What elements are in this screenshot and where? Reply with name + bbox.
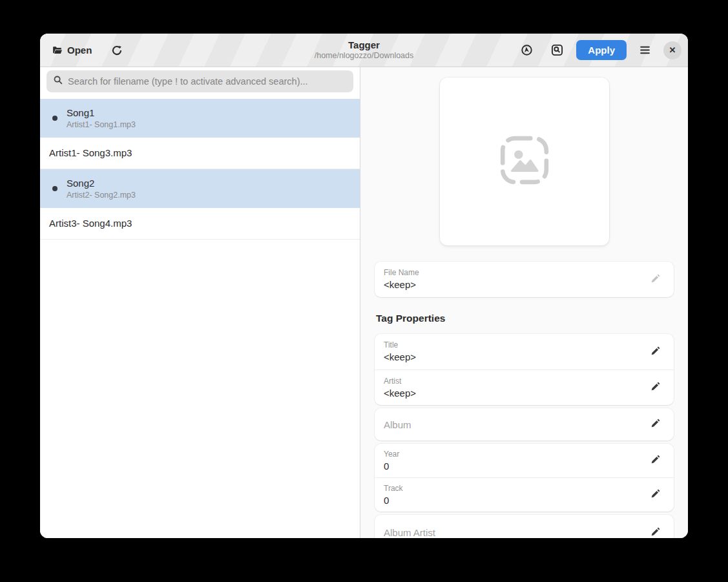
search-entry[interactable] [47, 70, 353, 92]
file-list-pane: Song1 Artist1- Song1.mp3 Artist1- Song3.… [40, 67, 360, 538]
tag-group-album: Album [375, 408, 674, 441]
tag-group-album-artist: Album Artist [375, 515, 674, 538]
hamburger-menu-icon [640, 45, 650, 55]
compass-arrow-icon [521, 44, 533, 56]
magnifier-frame-icon [551, 44, 563, 56]
tag-row-year[interactable]: Year 0 [375, 444, 674, 477]
item-subtitle: Artist1- Song1.mp3 [67, 120, 136, 130]
reload-icon [111, 45, 123, 56]
item-title: Song2 [67, 178, 136, 189]
tag-details-pane: File Name <keep> Tag Properties [360, 67, 688, 538]
image-placeholder-icon [498, 134, 551, 189]
album-art-card [440, 78, 609, 245]
field-value: 0 [384, 494, 647, 506]
tag-row-artist[interactable]: Artist <keep> [375, 369, 674, 405]
folder-open-icon [52, 45, 63, 56]
pencil-icon [650, 273, 661, 286]
tag-row-title[interactable]: Title <keep> [375, 334, 674, 369]
field-label: Artist [384, 377, 647, 386]
item-title: Artist1- Song3.mp3 [49, 147, 132, 159]
pencil-icon [650, 381, 661, 394]
edit-year-button[interactable] [647, 452, 663, 470]
pencil-icon [650, 488, 661, 501]
pencil-icon [650, 526, 661, 539]
list-item-song4[interactable]: Artist3- Song4.mp3 [40, 208, 360, 240]
field-label: Year [384, 450, 647, 459]
reload-button[interactable] [106, 41, 128, 60]
pencil-icon [650, 346, 661, 359]
close-button[interactable]: ✕ [663, 41, 681, 59]
field-label: Title [384, 340, 647, 350]
edit-album-button[interactable] [647, 415, 663, 433]
edit-album-artist-button[interactable] [647, 524, 663, 539]
tag-row-album-artist[interactable]: Album Artist [375, 515, 674, 538]
selected-dot-icon [52, 116, 57, 121]
edit-title-button[interactable] [647, 343, 663, 361]
header-bar: Open Tagger /home/nlogozzo/Downloads [40, 34, 688, 67]
item-title: Artist3- Song4.mp3 [49, 218, 132, 229]
field-value: <keep> [384, 278, 647, 291]
tag-row-album[interactable]: Album [375, 408, 674, 441]
edit-artist-button[interactable] [647, 379, 663, 397]
edit-filename-button[interactable] [647, 271, 663, 289]
tagger-window: Open Tagger /home/nlogozzo/Downloads [40, 34, 688, 538]
tag-row-track[interactable]: Track 0 [375, 477, 674, 512]
file-search-button[interactable] [546, 40, 568, 60]
pencil-icon [650, 418, 661, 431]
filename-row[interactable]: File Name <keep> [375, 262, 674, 297]
close-icon: ✕ [669, 46, 676, 54]
pencil-icon [650, 454, 661, 467]
field-value: <keep> [384, 351, 647, 363]
field-value: 0 [384, 460, 647, 472]
open-button-label: Open [67, 45, 92, 56]
tag-properties-heading: Tag Properties [376, 313, 672, 324]
compass-button[interactable] [515, 40, 538, 60]
field-label: File Name [384, 268, 647, 278]
window-subtitle: /home/nlogozzo/Downloads [315, 51, 414, 61]
main-menu-button[interactable] [634, 41, 656, 59]
tag-group-year-track: Year 0 Track [375, 444, 674, 512]
item-subtitle: Artist2- Song2.mp3 [67, 191, 136, 200]
item-title: Song1 [67, 107, 136, 119]
open-button[interactable]: Open [47, 41, 97, 59]
apply-button[interactable]: Apply [576, 40, 627, 60]
list-item-song3[interactable]: Artist1- Song3.mp3 [40, 138, 360, 169]
filename-card: File Name <keep> [375, 262, 674, 297]
field-label: Track [384, 484, 647, 494]
edit-track-button[interactable] [647, 486, 663, 504]
list-item-song2[interactable]: Song2 Artist2- Song2.mp3 [40, 169, 360, 208]
tag-group-title-artist: Title <keep> Artist [375, 334, 674, 405]
list-item-song1[interactable]: Song1 Artist1- Song1.mp3 [40, 99, 360, 138]
window-title: Tagger [348, 39, 380, 51]
search-icon [53, 75, 63, 88]
field-label: Album [384, 419, 647, 430]
search-input[interactable] [68, 76, 347, 87]
selected-dot-icon [52, 186, 57, 191]
field-value: <keep> [384, 387, 647, 399]
file-list: Song1 Artist1- Song1.mp3 Artist1- Song3.… [40, 99, 360, 538]
field-label: Album Artist [384, 527, 647, 538]
